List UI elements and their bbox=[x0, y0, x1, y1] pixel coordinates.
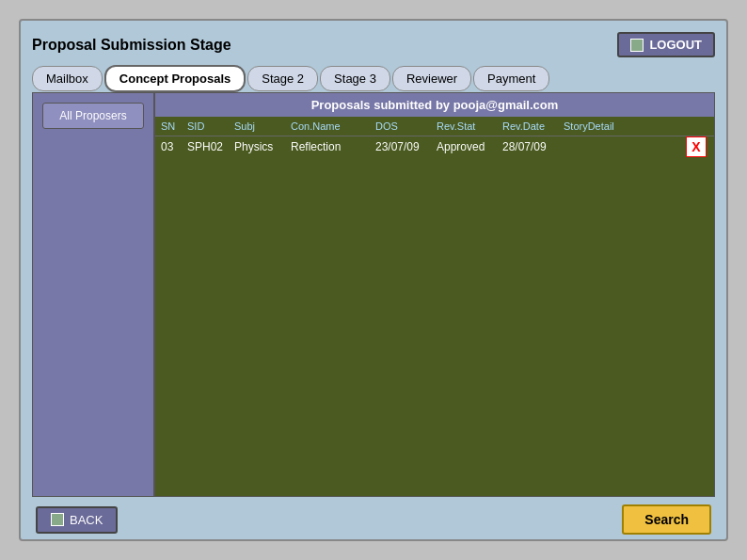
col-header-subj: Subj bbox=[234, 120, 291, 132]
delete-button[interactable]: X bbox=[686, 136, 707, 157]
left-panel: All Proposers bbox=[32, 92, 154, 497]
cell-conname: Reflection bbox=[291, 140, 375, 153]
header-row: Proposal Submission Stage LOGOUT bbox=[32, 32, 715, 57]
tab-stage2[interactable]: Stage 2 bbox=[247, 66, 318, 91]
proposals-header: Proposals submitted by pooja@gmail.com bbox=[155, 93, 714, 117]
main-container: Proposal Submission Stage LOGOUT Mailbox… bbox=[19, 19, 728, 541]
col-header-storydetail: StoryDetail bbox=[564, 120, 629, 132]
bottom-row: BACK Search bbox=[32, 504, 715, 535]
back-icon bbox=[51, 513, 64, 526]
table-header: SN SID Subj Con.Name DOS Rev.Stat Rev.Da… bbox=[155, 117, 714, 136]
cell-sid: SPH02 bbox=[187, 140, 234, 153]
cell-subj: Physics bbox=[234, 140, 291, 153]
col-header-sn: SN bbox=[161, 120, 187, 132]
cell-dos: 23/07/09 bbox=[375, 140, 437, 153]
cell-revstat: Approved bbox=[437, 140, 502, 153]
tabs-row: Mailbox Concept Proposals Stage 2 Stage … bbox=[32, 65, 715, 92]
search-button[interactable]: Search bbox=[622, 504, 711, 535]
logout-icon bbox=[630, 39, 644, 52]
back-button[interactable]: BACK bbox=[36, 506, 118, 534]
all-proposers-button[interactable]: All Proposers bbox=[42, 103, 144, 129]
tab-concept-proposals[interactable]: Concept Proposals bbox=[104, 65, 246, 92]
tab-payment[interactable]: Payment bbox=[473, 66, 549, 91]
content-area: All Proposers Proposals submitted by poo… bbox=[32, 92, 715, 497]
table-row: 03 SPH02 Physics Reflection 23/07/09 App… bbox=[155, 136, 714, 157]
col-header-conname: Con.Name bbox=[291, 120, 375, 132]
page-title: Proposal Submission Stage bbox=[32, 37, 231, 54]
tab-mailbox[interactable]: Mailbox bbox=[32, 66, 103, 91]
col-header-dos: DOS bbox=[375, 120, 437, 132]
col-header-revstat: Rev.Stat bbox=[437, 120, 502, 132]
right-panel: Proposals submitted by pooja@gmail.com S… bbox=[154, 92, 715, 497]
tab-reviewer[interactable]: Reviewer bbox=[392, 66, 471, 91]
cell-sn: 03 bbox=[161, 140, 187, 153]
col-header-revdate: Rev.Date bbox=[502, 120, 564, 132]
cell-revdate: 28/07/09 bbox=[502, 140, 564, 153]
col-header-sid: SID bbox=[187, 120, 234, 132]
tab-stage3[interactable]: Stage 3 bbox=[320, 66, 390, 91]
logout-button[interactable]: LOGOUT bbox=[617, 32, 715, 57]
